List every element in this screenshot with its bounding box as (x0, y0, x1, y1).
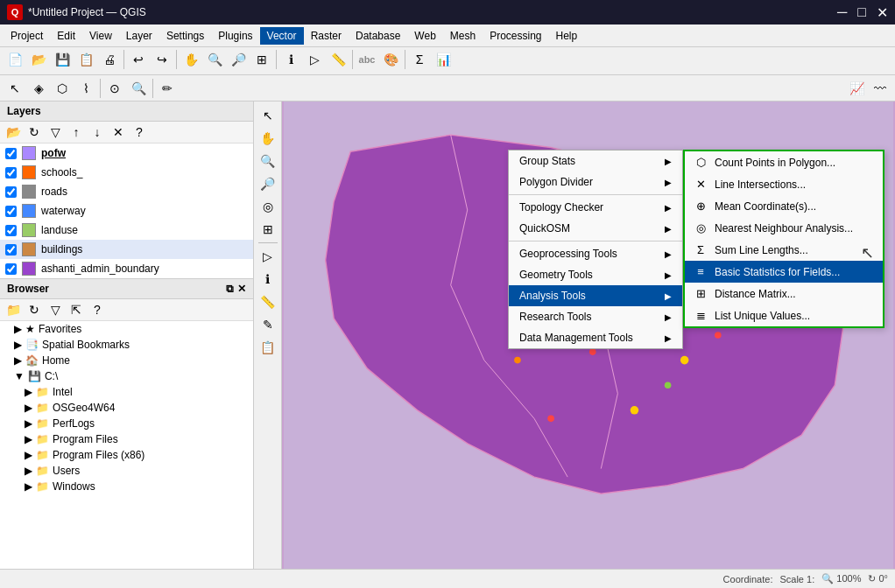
layer-roads[interactable]: roads (0, 182, 253, 201)
asub-sum-line[interactable]: Σ Sum Line Lengths... (685, 239, 883, 261)
menu-settings[interactable]: Settings (159, 27, 211, 45)
asub-mean-coord[interactable]: ⊕ Mean Coordinate(s)... (685, 195, 883, 217)
layer-ashanti-checkbox[interactable] (5, 263, 17, 275)
layer-buildings[interactable]: buildings (0, 240, 253, 259)
vmenu-research[interactable]: Research Tools ▶ (509, 306, 682, 327)
tb-print[interactable]: 🖨 (98, 49, 121, 70)
vtb-pointer[interactable]: ↖ (257, 105, 279, 126)
browser-close-btn[interactable]: ✕ (237, 283, 246, 295)
asub-line-intersections[interactable]: ✕ Line Intersections... (685, 173, 883, 195)
menu-mesh[interactable]: Mesh (443, 27, 483, 45)
tb-redo[interactable]: ↪ (151, 49, 173, 70)
tb2-vertex[interactable]: ⬡ (51, 78, 74, 99)
layer-schools-checkbox[interactable] (5, 167, 17, 178)
tb2-pointer[interactable]: ↖ (4, 78, 26, 99)
browser-program-files-x86[interactable]: ▶ 📁 Program Files (x86) (0, 447, 253, 463)
close-btn[interactable]: ✕ (877, 4, 888, 21)
vtb-zoom-native[interactable]: ◎ (257, 196, 279, 217)
tb-pan[interactable]: ✋ (180, 49, 202, 70)
menu-view[interactable]: View (82, 27, 119, 45)
layer-landuse-checkbox[interactable] (5, 225, 17, 236)
layer-roads-checkbox[interactable] (5, 186, 17, 198)
vtb-select[interactable]: ▷ (257, 246, 279, 267)
vmenu-polygon-divider[interactable]: Polygon Divider ▶ (509, 172, 682, 192)
layer-tb-help[interactable]: ? (130, 123, 149, 141)
tb-open[interactable]: 📂 (27, 49, 50, 70)
tb-zoom-in[interactable]: 🔍 (203, 49, 226, 70)
layer-waterway[interactable]: waterway (0, 201, 253, 220)
tb2-draw[interactable]: ✏ (156, 78, 179, 99)
layer-buildings-checkbox[interactable] (5, 244, 17, 256)
vtb-zoom-out[interactable]: 🔎 (257, 173, 279, 194)
minimize-btn[interactable]: ─ (837, 4, 847, 20)
layer-tb-refresh[interactable]: ↻ (25, 123, 44, 141)
layer-pofw-checkbox[interactable] (5, 148, 17, 159)
layer-waterway-checkbox[interactable] (5, 206, 17, 217)
layer-ashanti[interactable]: ashanti_admin_boundary (0, 259, 253, 278)
menu-database[interactable]: Database (349, 27, 407, 45)
layer-tb-down[interactable]: ↓ (88, 123, 107, 141)
tb-save[interactable]: 💾 (51, 49, 74, 70)
menu-help[interactable]: Help (549, 27, 585, 45)
menu-layer[interactable]: Layer (119, 27, 159, 45)
vtb-zoom-layer[interactable]: ⊞ (257, 219, 279, 240)
vtb-measure[interactable]: 📏 (257, 291, 279, 312)
menu-edit[interactable]: Edit (50, 27, 82, 45)
menu-project[interactable]: Project (4, 27, 50, 45)
vtb-identify[interactable]: ℹ (257, 269, 279, 290)
tb2-graph[interactable]: 📈 (845, 78, 868, 99)
browser-float-btn[interactable]: ⧉ (226, 283, 234, 295)
browser-osgeo[interactable]: ▶ 📁 OSGeo4W64 (0, 400, 253, 416)
asub-distance-matrix[interactable]: ⊞ Distance Matrix... (685, 283, 883, 304)
tb2-snap[interactable]: ⊙ (103, 78, 126, 99)
vtb-featureform[interactable]: 📋 (257, 337, 279, 358)
vmenu-quickosm[interactable]: QuickOSM ▶ (509, 218, 682, 239)
tb-new[interactable]: 📄 (4, 49, 26, 70)
menu-web[interactable]: Web (407, 27, 442, 45)
tb-save-as[interactable]: 📋 (74, 49, 97, 70)
vmenu-geometry[interactable]: Geometry Tools ▶ (509, 264, 682, 285)
tb-color[interactable]: 🎨 (379, 49, 402, 70)
layer-tb-remove[interactable]: ✕ (109, 123, 128, 141)
browser-perflogs[interactable]: ▶ 📁 PerfLogs (0, 416, 253, 431)
menu-plugins[interactable]: Plugins (211, 27, 259, 45)
browser-tb-refresh[interactable]: ↻ (25, 301, 44, 318)
layer-tb-filter[interactable]: ▽ (46, 123, 65, 141)
vmenu-analysis[interactable]: Analysis Tools ▶ (509, 285, 682, 306)
browser-tb-filter[interactable]: ▽ (46, 301, 65, 318)
tb-undo[interactable]: ↩ (127, 49, 150, 70)
asub-basic-stats[interactable]: ≡ Basic Statistics for Fields... (685, 261, 883, 283)
tb2-search[interactable]: 🔍 (127, 78, 150, 99)
asub-count-points[interactable]: ⬡ Count Points in Polygon... (685, 151, 883, 173)
browser-favorites[interactable]: ▶ ★ Favorites (0, 321, 253, 337)
layer-landuse[interactable]: landuse (0, 220, 253, 240)
tb-zoom-out[interactable]: 🔎 (227, 49, 250, 70)
browser-bookmarks[interactable]: ▶ 📑 Spatial Bookmarks (0, 337, 253, 353)
tb-select[interactable]: ▷ (303, 49, 326, 70)
tb2-wave[interactable]: 〰 (869, 78, 891, 99)
layer-tb-up[interactable]: ↑ (67, 123, 86, 141)
layer-pofw[interactable]: pofw (0, 144, 253, 163)
browser-home[interactable]: ▶ 🏠 Home (0, 353, 253, 368)
vmenu-geoprocessing[interactable]: Geoprocessing Tools ▶ (509, 243, 682, 264)
menu-processing[interactable]: Processing (483, 27, 548, 45)
vtb-zoom-in[interactable]: 🔍 (257, 150, 279, 172)
browser-program-files[interactable]: ▶ 📁 Program Files (0, 431, 253, 447)
vtb-annotate[interactable]: ✎ (257, 314, 279, 335)
browser-windows[interactable]: ▶ 📁 Windows (0, 479, 253, 494)
browser-tb-help[interactable]: ? (88, 301, 107, 318)
tb2-node[interactable]: ◈ (27, 78, 50, 99)
tb-chart[interactable]: 📊 (432, 49, 455, 70)
tb-stats[interactable]: Σ (408, 49, 431, 70)
asub-unique-values[interactable]: ≣ List Unique Values... (685, 304, 883, 326)
browser-users[interactable]: ▶ 📁 Users (0, 463, 253, 479)
vmenu-group-stats[interactable]: Group Stats ▶ (509, 150, 682, 172)
browser-tb-collapse[interactable]: ⇱ (67, 301, 86, 318)
tb-zoom-full[interactable]: ⊞ (250, 49, 273, 70)
tb-measure[interactable]: 📏 (327, 49, 349, 70)
browser-intel[interactable]: ▶ 📁 Intel (0, 384, 253, 400)
menu-vector[interactable]: Vector (260, 27, 304, 45)
browser-tb-add[interactable]: 📁 (4, 301, 23, 318)
tb-identify[interactable]: ℹ (279, 49, 302, 70)
tb-label[interactable]: abc (356, 49, 378, 70)
